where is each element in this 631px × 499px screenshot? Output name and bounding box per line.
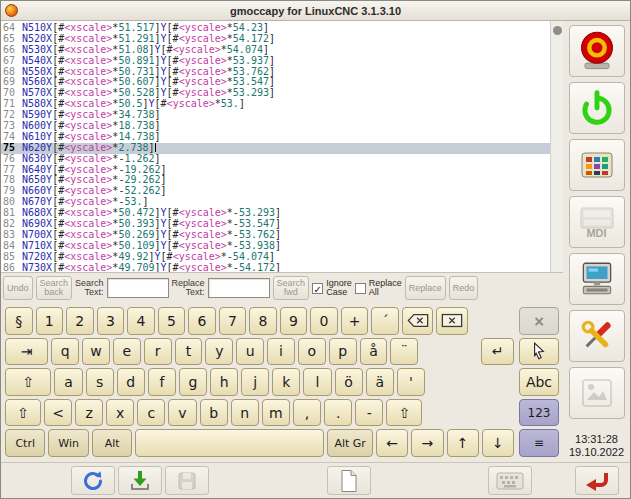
kb-key[interactable]: § bbox=[5, 307, 33, 335]
kb-key[interactable]: m bbox=[262, 399, 290, 427]
kb-key[interactable]: , bbox=[293, 399, 321, 427]
kb-key[interactable]: i bbox=[267, 338, 295, 366]
kb-key[interactable]: 1 bbox=[36, 307, 64, 335]
kb-key[interactable]: å bbox=[360, 338, 388, 366]
kb-key[interactable]: e bbox=[113, 338, 141, 366]
estop-button[interactable] bbox=[569, 25, 625, 77]
disabled-button[interactable] bbox=[569, 367, 625, 419]
keypad-button[interactable] bbox=[569, 139, 625, 191]
replace-button[interactable]: Replace bbox=[405, 276, 446, 300]
kb-key[interactable]: ¨ bbox=[390, 338, 418, 366]
kb-key[interactable]: - bbox=[355, 399, 383, 427]
keyboard-toggle-button[interactable] bbox=[488, 466, 532, 495]
clear-key[interactable] bbox=[436, 307, 467, 335]
kb-key[interactable]: z bbox=[75, 399, 103, 427]
replace-input[interactable] bbox=[208, 278, 270, 298]
ignore-case-checkbox-box[interactable]: ✓ bbox=[312, 283, 323, 294]
altgr-key[interactable]: Alt Gr bbox=[327, 429, 373, 457]
shift-key[interactable]: ⇧ bbox=[5, 368, 51, 396]
search-input[interactable] bbox=[107, 278, 169, 298]
scrollbar-thumb[interactable] bbox=[553, 26, 562, 35]
kb-key[interactable]: j bbox=[241, 368, 269, 396]
kb-key[interactable]: o bbox=[298, 338, 326, 366]
kb-key[interactable]: r bbox=[144, 338, 172, 366]
enter-key[interactable]: ↵ bbox=[481, 338, 514, 366]
kb-key[interactable]: w bbox=[82, 338, 110, 366]
kb-key[interactable]: 3 bbox=[97, 307, 125, 335]
kb-key[interactable]: d bbox=[117, 368, 145, 396]
kb-key[interactable]: 9 bbox=[280, 307, 308, 335]
kb-key[interactable]: u bbox=[236, 338, 264, 366]
title-bar[interactable]: gmoccapy for LinuxCNC 3.1.3.10 bbox=[1, 1, 630, 21]
kb-key[interactable]: s bbox=[86, 368, 114, 396]
kb-key[interactable]: < bbox=[44, 399, 72, 427]
redo-button[interactable]: Redo bbox=[449, 276, 479, 300]
arrow-right-key[interactable]: → bbox=[411, 429, 443, 457]
code-line[interactable]: 86N730X[#<xscale>*49.709]Y[#<yscale>*-54… bbox=[1, 263, 563, 273]
kb-key[interactable]: g bbox=[179, 368, 207, 396]
clock-date: 19.10.2022 bbox=[569, 446, 624, 459]
kb-key[interactable]: ä bbox=[366, 368, 394, 396]
mdi-button[interactable]: MDI bbox=[569, 196, 625, 248]
kb-key[interactable]: ´ bbox=[371, 307, 399, 335]
kb-key[interactable]: c bbox=[137, 399, 165, 427]
tool-editor-button[interactable] bbox=[569, 310, 625, 362]
arrow-down-key[interactable]: ↓ bbox=[482, 429, 514, 457]
kb-key[interactable]: 0 bbox=[310, 307, 338, 335]
replace-all-checkbox[interactable]: Replace All bbox=[355, 279, 402, 297]
kb-key[interactable]: ' bbox=[397, 368, 425, 396]
arrow-left-key[interactable]: ← bbox=[376, 429, 408, 457]
kb-key[interactable]: + bbox=[341, 307, 369, 335]
undo-button[interactable]: Undo bbox=[3, 276, 33, 300]
menu-key[interactable]: ≡ bbox=[519, 429, 559, 457]
kb-key[interactable]: p bbox=[329, 338, 357, 366]
kb-key[interactable]: l bbox=[303, 368, 331, 396]
main-content: 64N510X[#<xscale>*51.517]Y[#<yscale>*54.… bbox=[1, 21, 630, 462]
tab-key[interactable]: ⇥ bbox=[5, 338, 48, 366]
pointer-key[interactable] bbox=[519, 338, 559, 366]
kb-key[interactable]: f bbox=[148, 368, 176, 396]
kb-key[interactable]: y bbox=[205, 338, 233, 366]
kb-key[interactable]: 8 bbox=[249, 307, 277, 335]
shift-key[interactable]: ⇧ bbox=[386, 399, 422, 427]
kb-key[interactable]: q bbox=[51, 338, 79, 366]
editor-scrollbar[interactable] bbox=[550, 21, 563, 272]
kb-key[interactable]: 5 bbox=[158, 307, 186, 335]
kb-key[interactable]: ö bbox=[335, 368, 363, 396]
kb-key[interactable]: a bbox=[54, 368, 82, 396]
kb-key[interactable]: 6 bbox=[188, 307, 216, 335]
machine-on-button[interactable] bbox=[569, 82, 625, 134]
kb-key[interactable]: t bbox=[175, 338, 203, 366]
replace-all-checkbox-box[interactable] bbox=[355, 283, 366, 294]
kb-key[interactable]: n bbox=[231, 399, 259, 427]
kb-key[interactable]: 2 bbox=[66, 307, 94, 335]
exit-editor-button[interactable] bbox=[575, 466, 619, 495]
kb-key[interactable]: 4 bbox=[127, 307, 155, 335]
kb-key[interactable]: h bbox=[210, 368, 238, 396]
space-key[interactable] bbox=[135, 429, 324, 457]
kb-key[interactable]: k bbox=[272, 368, 300, 396]
shift-key[interactable]: ⇧ bbox=[5, 399, 41, 427]
kb-key[interactable]: 7 bbox=[219, 307, 247, 335]
ctrl-key[interactable]: Ctrl bbox=[5, 429, 45, 457]
hide-keyboard-key[interactable]: × bbox=[519, 307, 559, 335]
settings-button[interactable] bbox=[569, 253, 625, 305]
alt-key[interactable]: Alt bbox=[92, 429, 132, 457]
save-as-button[interactable] bbox=[165, 466, 209, 495]
reload-button[interactable] bbox=[71, 466, 115, 495]
abc-key[interactable]: Abc bbox=[519, 368, 559, 396]
kb-key[interactable]: x bbox=[106, 399, 134, 427]
save-button[interactable] bbox=[118, 466, 162, 495]
ignore-case-checkbox[interactable]: ✓ Ignore Case bbox=[312, 279, 352, 297]
kb-key[interactable]: v bbox=[168, 399, 196, 427]
kb-key[interactable]: b bbox=[200, 399, 228, 427]
numeric-layer-key[interactable]: 123 bbox=[519, 399, 559, 427]
win-key[interactable]: Win bbox=[48, 429, 88, 457]
new-file-button[interactable] bbox=[327, 466, 371, 495]
kb-key[interactable]: . bbox=[324, 399, 352, 427]
search-fwd-button[interactable]: Search fwd bbox=[273, 276, 310, 300]
search-back-button[interactable]: Search back bbox=[36, 276, 73, 300]
gcode-editor[interactable]: 64N510X[#<xscale>*51.517]Y[#<yscale>*54.… bbox=[1, 21, 563, 273]
backspace-key[interactable] bbox=[402, 307, 433, 335]
arrow-up-key[interactable]: ↑ bbox=[447, 429, 479, 457]
